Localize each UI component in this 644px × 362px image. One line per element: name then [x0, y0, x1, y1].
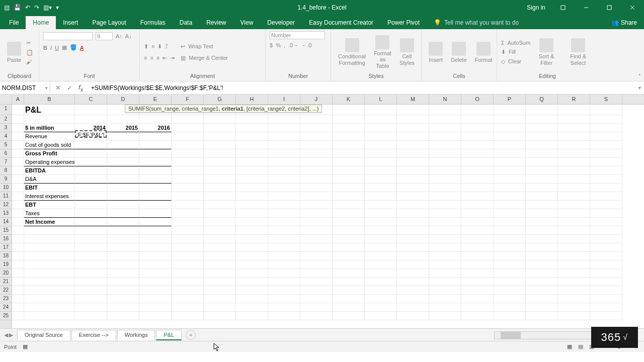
cell-J12[interactable] — [300, 201, 333, 209]
tab-view[interactable]: View — [233, 16, 261, 29]
cell-Q23[interactable] — [526, 295, 558, 303]
cell-P23[interactable] — [494, 295, 526, 303]
cell-H19[interactable] — [236, 260, 268, 269]
cell-R16[interactable] — [558, 235, 590, 243]
cell-B4[interactable]: Revenue — [24, 132, 75, 141]
cell-Q7[interactable] — [526, 158, 558, 166]
cell-I24[interactable] — [268, 303, 300, 312]
cell-C20[interactable] — [75, 269, 107, 278]
cell-N14[interactable] — [429, 218, 461, 226]
cell-Q3[interactable] — [526, 124, 558, 132]
cell-I20[interactable] — [268, 269, 300, 278]
cell-E18[interactable] — [139, 252, 172, 260]
cell-R24[interactable] — [558, 303, 590, 312]
collapse-ribbon-icon[interactable]: ˄ — [638, 73, 641, 79]
cell-D15[interactable] — [107, 226, 139, 235]
cell-F21[interactable] — [172, 278, 204, 286]
cell-M8[interactable] — [397, 166, 429, 175]
cell-G9[interactable] — [204, 175, 236, 184]
cell-F8[interactable] — [172, 166, 204, 175]
cell-Q4[interactable] — [526, 132, 558, 141]
cell-G2[interactable] — [204, 115, 236, 124]
cell-A3[interactable] — [12, 124, 24, 132]
cell-K22[interactable] — [333, 286, 365, 295]
cell-Q15[interactable] — [526, 226, 558, 235]
cell-L5[interactable] — [365, 141, 397, 149]
cell-D12[interactable] — [107, 201, 139, 209]
cell-O5[interactable] — [461, 141, 494, 149]
cell-O1[interactable] — [461, 105, 494, 115]
cell-F2[interactable] — [172, 115, 204, 124]
cell-R9[interactable] — [558, 175, 590, 184]
cell-A5[interactable] — [12, 141, 24, 149]
cell-G6[interactable] — [204, 149, 236, 158]
cell-L23[interactable] — [365, 295, 397, 303]
col-header-G[interactable]: G — [204, 95, 236, 104]
share-button[interactable]: 👥 Share — [604, 16, 644, 29]
cell-F19[interactable] — [172, 260, 204, 269]
cell-S19[interactable] — [590, 260, 622, 269]
sheet-tab-exercise-[interactable]: Exercise --> — [71, 330, 116, 340]
cell-H7[interactable] — [236, 158, 268, 166]
save-icon[interactable]: 💾 — [14, 4, 21, 11]
cell-J16[interactable] — [300, 235, 333, 243]
cell-I2[interactable] — [268, 115, 300, 124]
cell-L25[interactable] — [365, 312, 397, 320]
cell-K3[interactable] — [333, 124, 365, 132]
cell-P18[interactable] — [494, 252, 526, 260]
cell-F18[interactable] — [172, 252, 204, 260]
select-all-corner[interactable] — [0, 95, 12, 105]
cell-D22[interactable] — [107, 286, 139, 295]
decrease-decimal-icon[interactable]: ←.0 — [301, 42, 311, 48]
cell-R7[interactable] — [558, 158, 590, 166]
cell-Q25[interactable] — [526, 312, 558, 320]
col-header-I[interactable]: I — [268, 95, 300, 104]
cell-B6[interactable]: Gross Profit — [24, 149, 75, 158]
cell-I7[interactable] — [268, 158, 300, 166]
cell-M7[interactable] — [397, 158, 429, 166]
cell-A14[interactable] — [12, 218, 24, 226]
cell-K20[interactable] — [333, 269, 365, 278]
cell-F24[interactable] — [172, 303, 204, 312]
cell-P13[interactable] — [494, 209, 526, 218]
cell-R23[interactable] — [558, 295, 590, 303]
cell-F11[interactable] — [172, 192, 204, 201]
cell-H14[interactable] — [236, 218, 268, 226]
cell-S17[interactable] — [590, 243, 622, 252]
col-header-Q[interactable]: Q — [526, 95, 558, 104]
cell-M14[interactable] — [397, 218, 429, 226]
cell-H12[interactable] — [236, 201, 268, 209]
cell-D18[interactable] — [107, 252, 139, 260]
cell-L9[interactable] — [365, 175, 397, 184]
cell-J5[interactable] — [300, 141, 333, 149]
cell-E6[interactable] — [139, 149, 172, 158]
col-header-K[interactable]: K — [333, 95, 365, 104]
col-header-R[interactable]: R — [558, 95, 590, 104]
col-header-A[interactable]: A — [12, 95, 24, 104]
cell-I6[interactable] — [268, 149, 300, 158]
cell-E8[interactable] — [139, 166, 172, 175]
namebox-dropdown-icon[interactable]: ▾ — [45, 85, 48, 90]
cell-D4[interactable] — [107, 132, 139, 141]
cell-I19[interactable] — [268, 260, 300, 269]
cell-D25[interactable] — [107, 312, 139, 320]
cell-R20[interactable] — [558, 269, 590, 278]
paste-button[interactable]: Paste — [4, 41, 24, 64]
sort-filter-button[interactable]: Sort & Filter — [532, 37, 560, 66]
cell-N2[interactable] — [429, 115, 461, 124]
cell-B12[interactable]: EBT — [24, 201, 75, 209]
cell-Q16[interactable] — [526, 235, 558, 243]
cell-G11[interactable] — [204, 192, 236, 201]
cell-K11[interactable] — [333, 192, 365, 201]
cell-F23[interactable] — [172, 295, 204, 303]
cell-P7[interactable] — [494, 158, 526, 166]
cell-O23[interactable] — [461, 295, 494, 303]
cell-G17[interactable] — [204, 243, 236, 252]
currency-icon[interactable]: $ — [270, 42, 273, 48]
cell-O9[interactable] — [461, 175, 494, 184]
cell-E20[interactable] — [139, 269, 172, 278]
cell-F25[interactable] — [172, 312, 204, 320]
cell-D11[interactable] — [107, 192, 139, 201]
cell-F13[interactable] — [172, 209, 204, 218]
cell-J11[interactable] — [300, 192, 333, 201]
